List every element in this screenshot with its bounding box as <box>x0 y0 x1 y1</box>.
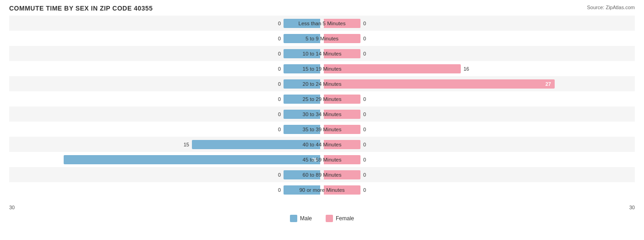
male-value: 0 <box>278 51 281 56</box>
chart-row: 060 to 89 Minutes0 <box>9 167 635 182</box>
female-bar <box>324 170 360 179</box>
row-right: 27 <box>322 76 635 91</box>
legend-female: Female <box>326 215 354 222</box>
row-right: 0 <box>322 152 635 167</box>
female-value: 0 <box>363 36 366 41</box>
row-left: 0 <box>9 182 322 197</box>
male-value: 0 <box>278 21 281 26</box>
male-bar <box>284 95 320 104</box>
male-value: 15 <box>184 142 189 147</box>
legend-female-box <box>326 215 333 222</box>
row-left: 0 <box>9 91 322 106</box>
female-value: 0 <box>363 187 366 193</box>
male-bar <box>284 34 320 43</box>
legend-male-label: Male <box>300 215 312 222</box>
row-left: 0 <box>9 31 322 46</box>
female-bar <box>324 49 360 58</box>
chart-row: 030 to 34 Minutes0 <box>9 106 635 122</box>
female-value: 0 <box>363 96 366 102</box>
row-right: 0 <box>322 137 635 152</box>
bar-inside-label: 30 <box>308 157 320 162</box>
female-value: 0 <box>363 172 366 178</box>
source-label: Source: ZipAtlas.com <box>587 5 635 10</box>
male-bar: 30 <box>64 155 320 164</box>
female-value: 0 <box>363 51 366 56</box>
female-value: 0 <box>363 21 366 26</box>
female-bar <box>324 125 360 134</box>
x-axis: 30 30 <box>9 204 635 211</box>
female-bar <box>324 185 360 195</box>
chart-container: COMMUTE TIME BY SEX IN ZIP CODE 40355 So… <box>0 0 644 240</box>
female-value: 16 <box>464 66 469 72</box>
male-value: 0 <box>278 96 281 102</box>
legend-male-box <box>290 215 297 222</box>
male-bar <box>284 125 320 134</box>
chart-row: 025 to 29 Minutes0 <box>9 91 635 106</box>
male-bar <box>284 185 320 195</box>
male-bar <box>284 110 320 119</box>
female-bar <box>324 140 360 149</box>
female-value: 0 <box>363 142 366 147</box>
female-bar <box>324 64 461 73</box>
chart-title: COMMUTE TIME BY SEX IN ZIP CODE 40355 <box>9 5 635 12</box>
male-value: 0 <box>278 81 281 87</box>
row-right: 0 <box>322 16 635 31</box>
female-value: 0 <box>363 157 366 162</box>
female-bar: 27 <box>324 79 555 89</box>
chart-row: 3045 to 59 Minutes0 <box>9 152 635 167</box>
chart-row: 090 or more Minutes0 <box>9 182 635 197</box>
row-right: 0 <box>322 167 635 182</box>
male-bar <box>284 79 320 89</box>
female-bar <box>324 19 360 28</box>
male-value: 0 <box>278 66 281 72</box>
row-left: 0 <box>9 46 322 61</box>
row-left: 0 <box>9 106 322 122</box>
row-left: 0 <box>9 61 322 76</box>
female-bar <box>324 110 360 119</box>
row-right: 0 <box>322 106 635 122</box>
female-value: 0 <box>363 112 366 117</box>
legend-male: Male <box>290 215 312 222</box>
row-left: 0 <box>9 122 322 137</box>
male-value: 0 <box>278 127 281 132</box>
chart-legend: Male Female <box>9 215 635 222</box>
row-right: 0 <box>322 46 635 61</box>
male-bar <box>284 64 320 73</box>
chart-row: 035 to 39 Minutes0 <box>9 122 635 137</box>
legend-female-label: Female <box>336 215 354 222</box>
male-bar <box>284 19 320 28</box>
chart-row: 010 to 14 Minutes0 <box>9 46 635 61</box>
female-bar <box>324 34 360 43</box>
male-value: 0 <box>278 112 281 117</box>
male-value: 0 <box>278 187 281 193</box>
row-right: 16 <box>322 61 635 76</box>
female-bar <box>324 155 360 164</box>
row-left: 15 <box>9 137 322 152</box>
male-value: 0 <box>278 172 281 178</box>
chart-row: 015 to 19 Minutes16 <box>9 61 635 76</box>
female-bar <box>324 95 360 104</box>
row-right: 0 <box>322 182 635 197</box>
row-left: 0 <box>9 167 322 182</box>
male-bar <box>284 49 320 58</box>
row-left: 30 <box>9 152 322 167</box>
x-axis-left: 30 <box>9 205 15 210</box>
male-bar <box>284 170 320 179</box>
male-bar <box>192 140 320 149</box>
row-right: 0 <box>322 91 635 106</box>
x-axis-right: 30 <box>629 205 635 210</box>
row-left: 0 <box>9 16 322 31</box>
chart-row: 1540 to 44 Minutes0 <box>9 137 635 152</box>
male-value: 0 <box>278 36 281 41</box>
chart-row: 0Less than 5 Minutes0 <box>9 16 635 31</box>
bar-inside-label: 27 <box>543 81 555 87</box>
row-right: 0 <box>322 31 635 46</box>
row-right: 0 <box>322 122 635 137</box>
female-value: 0 <box>363 127 366 132</box>
chart-row: 05 to 9 Minutes0 <box>9 31 635 46</box>
chart-area: 0Less than 5 Minutes005 to 9 Minutes0010… <box>9 16 635 204</box>
row-left: 0 <box>9 76 322 91</box>
chart-row: 020 to 24 Minutes27 <box>9 76 635 91</box>
